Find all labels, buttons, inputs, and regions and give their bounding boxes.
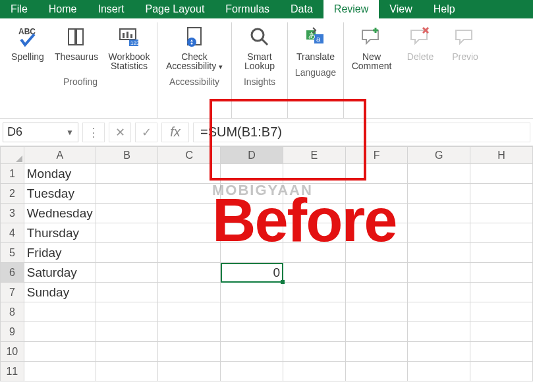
cell-A3[interactable]: Wednesday [24,204,96,223]
cell-B10[interactable] [96,342,158,362]
cell-C8[interactable] [158,302,221,322]
cell-C4[interactable] [158,223,221,243]
cell-G10[interactable] [408,342,470,362]
cell-F10[interactable] [345,342,408,362]
cell-A2[interactable]: Tuesday [24,184,96,204]
cell-B3[interactable] [96,204,158,223]
column-header-D[interactable]: D [221,147,283,164]
cell-E4[interactable] [283,223,346,243]
cell-D8[interactable] [221,302,283,322]
cell-G3[interactable] [408,204,470,223]
cell-E8[interactable] [283,302,346,322]
cancel-formula-button[interactable]: ✕ [109,123,131,142]
cell-H6[interactable] [470,263,533,283]
cell-F4[interactable] [345,223,408,243]
cell-H3[interactable] [470,204,533,223]
smart-lookup-button[interactable]: Smart Lookup [236,22,283,74]
cell-C10[interactable] [158,342,221,362]
cell-F8[interactable] [345,302,408,322]
row-header-6[interactable]: 6 [1,263,24,283]
cell-C6[interactable] [158,263,221,283]
menu-page-layout[interactable]: Page Layout [134,0,215,18]
cell-B6[interactable] [96,263,158,283]
formula-bar[interactable]: =SUM(B1:B7) [193,123,530,142]
cell-F11[interactable] [345,362,408,381]
workbook-stats-button[interactable]: 123 Workbook Statistics [105,22,153,74]
spreadsheet-grid[interactable]: ABCDEFGH1Monday2Tuesday3Wednesday4Thursd… [0,146,533,381]
cell-C1[interactable] [158,164,221,184]
menu-file[interactable]: File [0,0,38,18]
menu-formulas[interactable]: Formulas [215,0,280,18]
menu-review[interactable]: Review [323,0,379,18]
cell-D6[interactable]: 0 [221,263,283,283]
column-header-H[interactable]: H [470,147,533,164]
cell-D2[interactable] [221,184,283,204]
cell-H1[interactable] [470,164,533,184]
cell-F1[interactable] [345,164,408,184]
previous-comment-button[interactable]: Previo [445,22,485,65]
menu-insert[interactable]: Insert [87,0,134,18]
cell-C7[interactable] [158,283,221,302]
delete-comment-button[interactable]: Delete [401,22,440,65]
cell-B5[interactable] [96,243,158,263]
cell-A4[interactable]: Thursday [24,223,96,243]
column-header-E[interactable]: E [283,147,346,164]
cell-F3[interactable] [345,204,408,223]
cell-H4[interactable] [470,223,533,243]
menu-help[interactable]: Help [423,0,466,18]
cell-B4[interactable] [96,223,158,243]
cell-E5[interactable] [283,243,346,263]
cell-B9[interactable] [96,322,158,342]
insert-function-button[interactable]: fx [161,123,189,142]
cell-E7[interactable] [283,283,346,302]
cell-C9[interactable] [158,322,221,342]
cell-G4[interactable] [408,223,470,243]
name-box[interactable]: D6 ▼ [3,123,78,142]
cell-C5[interactable] [158,243,221,263]
cell-E6[interactable] [283,263,346,283]
cell-B1[interactable] [96,164,158,184]
cell-F7[interactable] [345,283,408,302]
spelling-button[interactable]: ABC Spelling [8,22,47,65]
row-header-5[interactable]: 5 [1,243,24,263]
cell-H2[interactable] [470,184,533,204]
cell-F6[interactable] [345,263,408,283]
cell-H5[interactable] [470,243,533,263]
menu-view[interactable]: View [379,0,422,18]
column-header-A[interactable]: A [24,147,96,164]
cell-E2[interactable] [283,184,346,204]
cell-G8[interactable] [408,302,470,322]
cell-H9[interactable] [470,322,533,342]
cell-B7[interactable] [96,283,158,302]
cell-E9[interactable] [283,322,346,342]
cell-F9[interactable] [345,322,408,342]
cell-D10[interactable] [221,342,283,362]
cell-D9[interactable] [221,322,283,342]
column-header-F[interactable]: F [345,147,408,164]
cell-E3[interactable] [283,204,346,223]
cell-E10[interactable] [283,342,346,362]
cell-A8[interactable] [24,302,96,322]
cell-H7[interactable] [470,283,533,302]
menu-home[interactable]: Home [38,0,88,18]
row-header-4[interactable]: 4 [1,223,24,243]
cell-G11[interactable] [408,362,470,381]
cell-D4[interactable] [221,223,283,243]
cell-D7[interactable] [221,283,283,302]
cell-G9[interactable] [408,322,470,342]
cell-B2[interactable] [96,184,158,204]
chevron-down-icon[interactable]: ▼ [66,128,74,137]
cell-E11[interactable] [283,362,346,381]
menu-data[interactable]: Data [280,0,323,18]
cell-G5[interactable] [408,243,470,263]
cell-A9[interactable] [24,322,96,342]
column-header-B[interactable]: B [96,147,158,164]
cell-H11[interactable] [470,362,533,381]
column-header-G[interactable]: G [408,147,470,164]
row-header-2[interactable]: 2 [1,184,24,204]
enter-formula-button[interactable]: ✓ [135,123,157,142]
cell-H10[interactable] [470,342,533,362]
row-header-9[interactable]: 9 [1,322,24,342]
thesaurus-button[interactable]: Thesaurus [53,22,100,65]
new-comment-button[interactable]: New Comment [348,22,395,74]
